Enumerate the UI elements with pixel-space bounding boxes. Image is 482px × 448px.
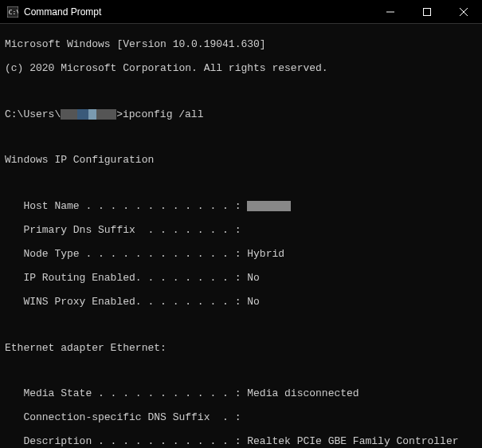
eth-dns-line: Connection-specific DNS Suffix . :	[5, 412, 477, 424]
primary-dns-line: Primary Dns Suffix . . . . . . . :	[5, 225, 477, 237]
minimize-button[interactable]	[372, 0, 409, 23]
redacted-hostname	[247, 201, 291, 211]
section-ipconfig: Windows IP Configuration	[5, 155, 477, 167]
maximize-button[interactable]	[409, 0, 445, 23]
close-button[interactable]	[445, 0, 482, 23]
terminal-output[interactable]: Microsoft Windows [Version 10.0.19041.63…	[0, 24, 482, 448]
window-title: Command Prompt	[24, 6, 101, 18]
ip-routing-line: IP Routing Enabled. . . . . . . . : No	[5, 273, 477, 285]
section-ethernet: Ethernet adapter Ethernet:	[5, 343, 477, 355]
eth-desc-line: Description . . . . . . . . . . . : Real…	[5, 436, 477, 448]
copyright-line: (c) 2020 Microsoft Corporation. All righ…	[5, 63, 477, 75]
prompt-prefix: C:\Users\	[5, 108, 61, 120]
svg-text:C:\: C:\	[9, 8, 18, 15]
node-type-line: Node Type . . . . . . . . . . . . : Hybr…	[5, 249, 477, 261]
hostname-line: Host Name . . . . . . . . . . . . :	[5, 201, 477, 213]
redacted-username	[61, 109, 116, 120]
svg-rect-3	[424, 8, 431, 15]
version-line: Microsoft Windows [Version 10.0.19041.63…	[5, 39, 477, 51]
wins-proxy-line: WINS Proxy Enabled. . . . . . . . : No	[5, 297, 477, 308]
titlebar-left: C:\ Command Prompt	[0, 6, 101, 18]
window-controls	[372, 0, 482, 23]
eth-media-line: Media State . . . . . . . . . . . : Medi…	[5, 388, 477, 400]
prompt-line: C:\Users\>ipconfig /all	[5, 109, 477, 121]
prompt-command: >ipconfig /all	[116, 108, 203, 120]
cmd-icon: C:\	[6, 6, 19, 18]
window-titlebar: C:\ Command Prompt	[0, 0, 482, 24]
